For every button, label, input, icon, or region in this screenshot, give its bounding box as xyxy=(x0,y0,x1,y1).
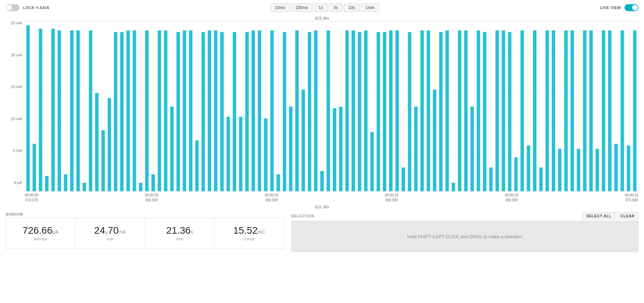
stat-average-value: 726.66μA xyxy=(23,226,59,235)
selection-label: SELECTION xyxy=(291,214,314,218)
selection-header: SELECTION SELECT ALL CLEAR xyxy=(291,212,638,219)
stat-time: 21.36s time xyxy=(145,218,215,249)
bar-canvas xyxy=(25,21,638,191)
x-axis: 00:00:00213.375 00:00:05000.000 00:00:10… xyxy=(25,192,638,204)
x-label-21: 00:00:21575.680 xyxy=(625,193,638,203)
right-controls: LIVE VIEW xyxy=(600,4,638,11)
time-btn-10s[interactable]: 10s xyxy=(344,3,359,12)
stats-row: 726.66μA average 24.70mA max 21.36s time… xyxy=(6,218,284,249)
selection-panel: SELECTION SELECT ALL CLEAR Hold SHIFT+LE… xyxy=(284,212,638,252)
y-label-5ma: 5 mA xyxy=(6,148,25,153)
left-controls: LOCK Y-AXIS xyxy=(6,4,49,11)
selection-buttons: SELECT ALL CLEAR xyxy=(582,212,638,219)
chart-container: 25 mA 20 mA 15 mA 10 mA 5 mA 0 μA xyxy=(6,21,638,192)
time-btn-1min[interactable]: 1min xyxy=(361,3,379,12)
stat-charge: 15.52mC charge xyxy=(215,218,284,249)
select-all-button[interactable]: SELECT ALL xyxy=(582,212,615,219)
x-label-5: 00:00:05000.000 xyxy=(145,193,158,203)
time-btn-3s[interactable]: 3s xyxy=(329,3,342,12)
bottom-panel: WINDOW 726.66μA average 24.70mA max 21.3… xyxy=(0,210,644,255)
stat-max-value: 24.70mA xyxy=(94,226,126,235)
y-axis: 25 mA 20 mA 15 mA 10 mA 5 mA 0 μA xyxy=(6,21,25,192)
time-btn-10ms[interactable]: 10ms xyxy=(270,3,289,12)
y-label-20ma: 20 mA xyxy=(6,53,25,57)
chart-area: Δ21.36s 25 mA 20 mA 15 mA 10 mA 5 mA 0 μ… xyxy=(6,15,638,210)
stat-time-label: time xyxy=(176,237,183,241)
chart-delta-top: Δ21.36s xyxy=(6,15,638,21)
stat-charge-label: charge xyxy=(243,237,255,241)
stat-charge-value: 15.52mC xyxy=(233,226,265,235)
selection-hint: Hold SHIFT+LEFT CLICK and DRAG to make a… xyxy=(407,234,522,239)
selection-area[interactable]: Hold SHIFT+LEFT CLICK and DRAG to make a… xyxy=(291,221,638,252)
lock-y-axis-toggle[interactable] xyxy=(6,4,20,11)
stat-max-label: max xyxy=(107,237,114,241)
stat-average-label: average xyxy=(33,237,47,241)
time-buttons: 10ms 100ms 1s 3s 10s 1min xyxy=(270,3,379,12)
stat-average: 726.66μA average xyxy=(6,218,76,249)
x-label-20: 00:00:20000.000 xyxy=(505,193,518,203)
y-label-10ma: 10 mA xyxy=(6,117,25,121)
window-panel: WINDOW 726.66μA average 24.70mA max 21.3… xyxy=(6,212,284,252)
stat-max: 24.70mA max xyxy=(76,218,145,249)
lock-y-axis-label: LOCK Y-AXIS xyxy=(23,6,49,10)
x-label-15: 00:00:15000.000 xyxy=(385,193,398,203)
top-bar: LOCK Y-AXIS 10ms 100ms 1s 3s 10s 1min LI… xyxy=(0,0,644,15)
y-label-0ua: 0 μA xyxy=(6,180,25,185)
live-view-label: LIVE VIEW xyxy=(600,6,621,10)
y-label-15ma: 15 mA xyxy=(6,85,25,89)
time-btn-100ms[interactable]: 100ms xyxy=(291,3,313,12)
y-label-25ma: 25 mA xyxy=(6,21,25,25)
x-label-0: 00:00:00213.375 xyxy=(25,193,38,203)
live-view-toggle[interactable] xyxy=(624,4,638,11)
clear-button[interactable]: CLEAR xyxy=(617,212,638,219)
window-label: WINDOW xyxy=(6,212,284,216)
chart-delta-bottom: Δ21.36s xyxy=(6,204,638,210)
chart-inner[interactable] xyxy=(25,21,638,192)
x-label-10: 00:00:10000.000 xyxy=(265,193,278,203)
time-btn-1s[interactable]: 1s xyxy=(314,3,328,12)
stat-time-value: 21.36s xyxy=(166,226,193,235)
